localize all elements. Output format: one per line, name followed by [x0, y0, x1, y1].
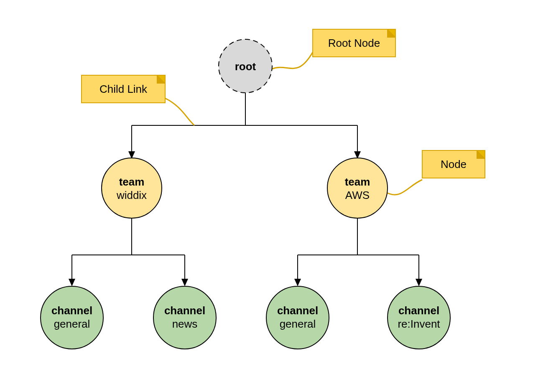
annotation-node-label: Node	[441, 158, 467, 171]
node-channel-aws-general-name: general	[280, 318, 316, 330]
node-team-widdix-name: widdix	[116, 189, 147, 201]
node-channel-reinvent: channel re:Invent	[388, 286, 450, 349]
node-channel-aws-general: channel general	[266, 286, 329, 349]
node-channel-reinvent-name: re:Invent	[398, 318, 440, 330]
note-connector-child-link	[165, 98, 194, 125]
annotation-child-link: Child Link	[82, 75, 165, 103]
node-channel-news: channel news	[153, 286, 216, 349]
note-connector-root	[272, 52, 313, 69]
note-connector-node	[386, 180, 422, 195]
svg-marker-15	[294, 279, 301, 286]
svg-marker-11	[181, 279, 188, 286]
node-team-widdix-type: team	[119, 176, 145, 188]
node-channel-widdix-general-type: channel	[51, 304, 92, 317]
annotation-root-node: Root Node	[313, 29, 395, 57]
node-channel-news-name: news	[172, 318, 198, 330]
tree-diagram: Root Node Child Link Node root team widd…	[0, 0, 533, 392]
node-root-label: root	[235, 60, 256, 73]
svg-point-28	[102, 158, 162, 218]
svg-marker-9	[69, 279, 75, 286]
svg-point-29	[327, 158, 388, 218]
svg-marker-17	[416, 279, 422, 286]
node-channel-widdix-general: channel general	[41, 286, 103, 349]
annotation-root-node-label: Root Node	[328, 37, 380, 49]
node-root: root	[219, 39, 272, 93]
edge-team-widdix-to-channels	[69, 218, 188, 286]
node-channel-widdix-general-name: general	[54, 318, 90, 330]
node-channel-news-type: channel	[164, 304, 205, 317]
node-team-aws-name: AWS	[345, 189, 370, 201]
node-team-aws-type: team	[345, 176, 370, 188]
node-team-aws: team AWS	[327, 158, 388, 218]
edge-team-aws-to-channels	[294, 218, 422, 286]
node-channel-aws-general-type: channel	[277, 304, 318, 317]
annotation-node: Node	[422, 150, 485, 178]
node-channel-reinvent-type: channel	[398, 304, 439, 317]
annotation-child-link-label: Child Link	[99, 83, 148, 95]
node-team-widdix: team widdix	[102, 158, 162, 218]
